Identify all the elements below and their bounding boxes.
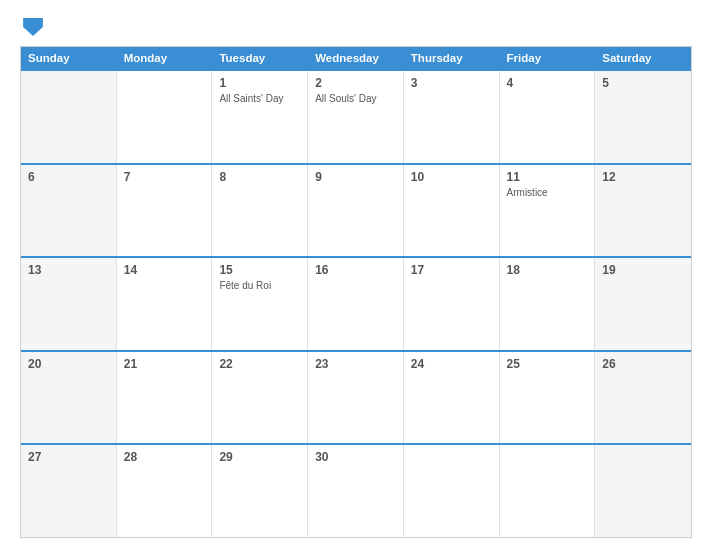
cal-cell: 22 — [212, 352, 308, 444]
svg-marker-0 — [23, 18, 43, 27]
col-header-saturday: Saturday — [595, 47, 691, 69]
day-event: All Souls' Day — [315, 92, 396, 105]
calendar: SundayMondayTuesdayWednesdayThursdayFrid… — [20, 46, 692, 538]
day-number: 24 — [411, 357, 492, 371]
day-number: 12 — [602, 170, 684, 184]
day-number: 13 — [28, 263, 109, 277]
logo-flag-icon — [22, 18, 44, 36]
cal-cell: 16 — [308, 258, 404, 350]
page: SundayMondayTuesdayWednesdayThursdayFrid… — [0, 0, 712, 550]
cal-cell: 18 — [500, 258, 596, 350]
cal-cell: 14 — [117, 258, 213, 350]
week-row-4: 27282930 — [21, 443, 691, 537]
week-row-1: 67891011Armistice12 — [21, 163, 691, 257]
day-number: 14 — [124, 263, 205, 277]
col-header-sunday: Sunday — [21, 47, 117, 69]
cal-cell: 30 — [308, 445, 404, 537]
col-header-friday: Friday — [500, 47, 596, 69]
cal-cell — [21, 71, 117, 163]
cal-cell: 29 — [212, 445, 308, 537]
cal-cell: 2All Souls' Day — [308, 71, 404, 163]
cal-cell: 24 — [404, 352, 500, 444]
svg-marker-1 — [23, 27, 43, 36]
day-number: 5 — [602, 76, 684, 90]
cal-cell: 1All Saints' Day — [212, 71, 308, 163]
day-number: 2 — [315, 76, 396, 90]
cal-cell: 7 — [117, 165, 213, 257]
cal-cell: 23 — [308, 352, 404, 444]
day-number: 29 — [219, 450, 300, 464]
day-number: 9 — [315, 170, 396, 184]
day-number: 26 — [602, 357, 684, 371]
day-number: 6 — [28, 170, 109, 184]
col-header-tuesday: Tuesday — [212, 47, 308, 69]
cal-cell: 8 — [212, 165, 308, 257]
col-header-wednesday: Wednesday — [308, 47, 404, 69]
day-number: 10 — [411, 170, 492, 184]
day-number: 11 — [507, 170, 588, 184]
day-number: 16 — [315, 263, 396, 277]
day-number: 30 — [315, 450, 396, 464]
day-number: 15 — [219, 263, 300, 277]
cal-cell: 20 — [21, 352, 117, 444]
cal-cell: 26 — [595, 352, 691, 444]
cal-cell — [500, 445, 596, 537]
day-number: 21 — [124, 357, 205, 371]
cal-cell: 9 — [308, 165, 404, 257]
day-number: 27 — [28, 450, 109, 464]
cal-cell: 6 — [21, 165, 117, 257]
cal-cell: 11Armistice — [500, 165, 596, 257]
cal-cell: 13 — [21, 258, 117, 350]
cal-cell: 25 — [500, 352, 596, 444]
week-row-2: 131415Fête du Roi16171819 — [21, 256, 691, 350]
day-event: Armistice — [507, 186, 588, 199]
cal-cell: 15Fête du Roi — [212, 258, 308, 350]
header — [20, 18, 692, 36]
col-header-thursday: Thursday — [404, 47, 500, 69]
calendar-header-row: SundayMondayTuesdayWednesdayThursdayFrid… — [21, 47, 691, 69]
day-number: 25 — [507, 357, 588, 371]
cal-cell: 12 — [595, 165, 691, 257]
day-number: 7 — [124, 170, 205, 184]
day-number: 19 — [602, 263, 684, 277]
day-number: 3 — [411, 76, 492, 90]
cal-cell — [595, 445, 691, 537]
logo — [20, 18, 44, 36]
day-number: 20 — [28, 357, 109, 371]
week-row-0: 1All Saints' Day2All Souls' Day345 — [21, 69, 691, 163]
cal-cell — [404, 445, 500, 537]
day-event: Fête du Roi — [219, 279, 300, 292]
cal-cell: 10 — [404, 165, 500, 257]
week-row-3: 20212223242526 — [21, 350, 691, 444]
day-number: 28 — [124, 450, 205, 464]
cal-cell: 27 — [21, 445, 117, 537]
cal-cell: 21 — [117, 352, 213, 444]
cal-cell: 19 — [595, 258, 691, 350]
calendar-body: 1All Saints' Day2All Souls' Day345678910… — [21, 69, 691, 537]
cal-cell — [117, 71, 213, 163]
day-number: 17 — [411, 263, 492, 277]
day-number: 18 — [507, 263, 588, 277]
day-number: 22 — [219, 357, 300, 371]
day-number: 8 — [219, 170, 300, 184]
cal-cell: 28 — [117, 445, 213, 537]
cal-cell: 3 — [404, 71, 500, 163]
day-number: 23 — [315, 357, 396, 371]
cal-cell: 5 — [595, 71, 691, 163]
cal-cell: 4 — [500, 71, 596, 163]
col-header-monday: Monday — [117, 47, 213, 69]
day-number: 4 — [507, 76, 588, 90]
day-number: 1 — [219, 76, 300, 90]
day-event: All Saints' Day — [219, 92, 300, 105]
cal-cell: 17 — [404, 258, 500, 350]
